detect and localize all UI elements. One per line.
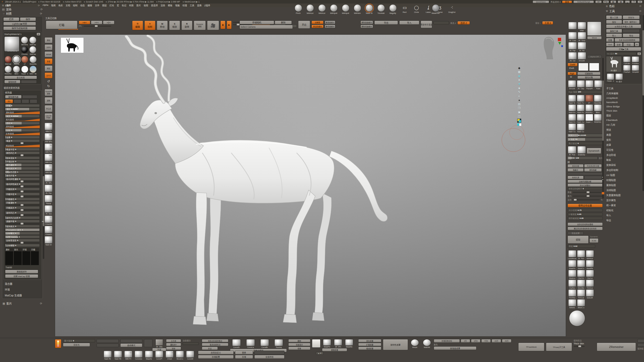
quick-brush[interactable]: JN_Sna [45, 205, 53, 215]
sphere-button[interactable]: 球体 [166, 347, 181, 350]
rgb-button[interactable]: Rgb [568, 72, 577, 75]
brush-thumb[interactable]: LazyMouse [568, 250, 576, 259]
material-open-button[interactable]: 打开 [3, 17, 19, 21]
load-from-project-button[interactable]: 从项目文件载入工具 [606, 24, 641, 28]
color-picker-chip[interactable] [517, 119, 521, 123]
quick-brush[interactable]: Inflat [577, 22, 586, 31]
dynamesh-resolution-slider[interactable]: 分辨率128 [568, 156, 598, 160]
shelf-brush[interactable]: MAHpoli [340, 4, 351, 14]
lightbox-button[interactable]: 灯箱 [46, 21, 77, 29]
tool-section[interactable]: 遮罩 [605, 142, 642, 147]
left-split-arrows[interactable]: ◂▸ [42, 220, 44, 222]
tool-palette-header[interactable]: 工具 [609, 9, 615, 13]
alpha-off-button[interactable]: Alpha Off [587, 55, 602, 58]
switch-color-button[interactable]: 切换颜色 [577, 72, 600, 75]
quick-strip-icon[interactable]: ● [518, 99, 520, 102]
goz-all-button[interactable]: 全部 [615, 42, 623, 47]
delete-camera-button[interactable]: 删除 [275, 21, 292, 24]
store-config-button[interactable]: 存储配置 [198, 355, 234, 359]
brush-thumb[interactable]: JN_Pen [577, 250, 585, 259]
current-brush-preview[interactable] [587, 22, 601, 36]
material-thumb[interactable]: SkinSha [21, 36, 28, 46]
current-material-thumb[interactable]: StartupMaterial [4, 36, 20, 52]
shelf-brush[interactable]: MAHsm [351, 4, 363, 14]
tool-section[interactable]: 预览 [605, 127, 642, 132]
tool-section[interactable]: ArrayMesh [605, 96, 642, 100]
shader-channel-column[interactable]: 高光 [14, 248, 22, 265]
quick-brush[interactable]: SnakeSp [577, 146, 586, 156]
brush-thumb[interactable]: RIDER(1 [594, 114, 602, 123]
goz-r-button[interactable]: R [635, 42, 639, 47]
z-sensitivity-slider[interactable]: Z 敏感度0.95 [568, 213, 603, 216]
shelf-brush[interactable]: MAHcut [316, 4, 328, 14]
tool-section[interactable]: 初始化 [605, 208, 642, 213]
zremesher-button[interactable]: ZRemesher [597, 343, 636, 351]
menus-toggle-button[interactable]: 菜单 [562, 1, 572, 3]
material-modifier-slider[interactable]: 金属0 金属 [5, 136, 40, 139]
material-thumb[interactable]: Startup [13, 56, 20, 65]
tool-thumb[interactable]: PM3D_C [607, 73, 615, 83]
menu-item[interactable]: 拾取 [144, 4, 148, 7]
load-tool-button[interactable]: 载入工具 [606, 15, 622, 19]
tool8-button[interactable]: 工具 8 [542, 21, 553, 25]
brush-thumb[interactable]: Super_( [585, 114, 593, 123]
auto-group-button[interactable]: 自动分组 [568, 164, 584, 168]
draw-size-slider[interactable]: 绘制大小90.22235 [568, 134, 603, 137]
blend-dim-slider[interactable] [573, 199, 600, 200]
canvas-tool-button[interactable]: AAHalf [45, 51, 53, 57]
move-mode-button[interactable]: M移动 [157, 21, 168, 30]
size-mult-slider[interactable]: 大小倍增0.75 [568, 209, 603, 212]
brush-save-as-button[interactable]: 另存为 [63, 343, 90, 347]
bottom-brush[interactable]: Nash Rk [113, 351, 123, 360]
rgb-intensity-slider[interactable]: Rgb 强度100 [568, 90, 603, 94]
environment-section[interactable]: 环境 [5, 288, 40, 291]
material-modifier-slider[interactable]: 漫射曲线 漫射曲线 [5, 111, 40, 114]
brush-thumb[interactable]: Nash Cu [568, 123, 576, 132]
material-modifier-slider[interactable]: 凹缝着色0 凹缝着色 [5, 198, 40, 201]
hide-point-button[interactable]: 隐藏点 [568, 168, 584, 172]
continuous-z-button[interactable]: 连续 Z [457, 21, 470, 25]
tool-section[interactable]: UV 贴图 [605, 172, 642, 177]
material-modifier-slider[interactable]: 噪波曲线 噪波曲线 [5, 144, 40, 147]
menu-item[interactable]: 纹理 [182, 4, 187, 7]
material-modifier-slider[interactable]: 凹缝漫射0 凹缝漫射 [5, 201, 40, 206]
export-button[interactable]: 导出 [374, 21, 398, 25]
material-modifier-slider[interactable]: 噪波半径0 噪波半径 [5, 148, 40, 151]
sharpen-mask-button[interactable]: 锐化遮罩 [358, 339, 381, 342]
store-camera-button[interactable]: 存储相机 [239, 21, 274, 24]
menu-item[interactable]: 灯光 [109, 4, 114, 7]
view-toggle-button[interactable]: 中心点 [45, 105, 53, 112]
quick-brush[interactable] [568, 22, 577, 31]
brush-thumb[interactable]: MaskRe [586, 260, 594, 269]
quick-brush[interactable]: Nash St [45, 236, 53, 246]
movie-header[interactable]: 影片 [6, 301, 12, 305]
cylinder-y-button[interactable]: 圆柱体Y [166, 343, 181, 346]
mirror-button[interactable]: 镜像 [288, 347, 310, 350]
boolean-preview-button[interactable]: 预览布尔渲染 [421, 21, 432, 28]
copy-tool-button[interactable]: 复制工具 [606, 29, 622, 33]
brush-thumb[interactable]: SliceC u [577, 299, 585, 308]
mask-brush[interactable]: MaskRe [344, 339, 354, 348]
stroke-type[interactable]: ◯ Circle [411, 4, 422, 14]
menu-item[interactable]: 笔刷 [51, 4, 56, 7]
quick-brush[interactable]: JN_Flar [568, 42, 577, 52]
tool-section[interactable]: 子工具 [605, 86, 642, 91]
right-split-arrows[interactable]: ▸◂ [601, 176, 604, 180]
quick-strip-icon[interactable]: ▣ [518, 111, 520, 114]
polycount-preset-button[interactable]: 3万5 [471, 339, 480, 343]
brush-thumb[interactable]: 27 [585, 95, 593, 104]
material-modifier-slider[interactable]: 反射曲线 反射曲线 [5, 132, 40, 135]
texture-slot-icon[interactable] [312, 339, 320, 348]
canvas-tool-button[interactable]: QXYZ [45, 72, 53, 78]
uncrease-all-button[interactable]: 取消全部折边 [202, 343, 228, 346]
material-modifier-slider[interactable]: 各向异性高光0 各向异性高光 [5, 183, 40, 187]
quick-strip-icon[interactable]: ✎ [518, 90, 520, 94]
material-modifier-slider[interactable]: 反射曝光1 反射曝光 [5, 232, 40, 235]
menu-item[interactable]: Alpha [43, 4, 48, 7]
single-z-label[interactable]: 单选 Z [450, 22, 456, 24]
view-toggle-button[interactable]: Dynamic 透视 [45, 89, 53, 96]
material-modifier-slider[interactable]: 颜色凹凸0 颜色凹凸 [5, 151, 40, 156]
menu-item[interactable]: 标记 [122, 4, 126, 7]
tpose-subtool-button[interactable]: TPose|子工具 [546, 343, 572, 351]
rotate-mode-button[interactable]: R旋转 [181, 21, 192, 30]
